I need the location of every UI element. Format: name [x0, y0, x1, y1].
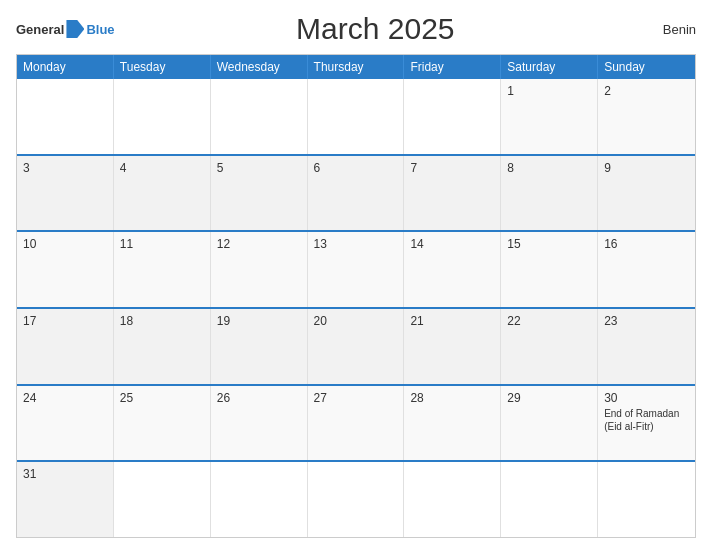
- day-number: 20: [314, 314, 398, 328]
- cal-cell-12-r2c2: 12: [211, 232, 308, 307]
- day-number: 12: [217, 237, 301, 251]
- cal-cell-22-r3c5: 22: [501, 309, 598, 384]
- calendar-grid: MondayTuesdayWednesdayThursdayFridaySatu…: [16, 54, 696, 538]
- cal-cell-3-r1c0: 3: [17, 156, 114, 231]
- cal-cell-empty-r0c1: [114, 79, 211, 154]
- cal-cell-29-r4c5: 29: [501, 386, 598, 461]
- day-number: 14: [410, 237, 494, 251]
- cal-cell-empty-r0c2: [211, 79, 308, 154]
- day-number: 9: [604, 161, 689, 175]
- header-day-friday: Friday: [404, 55, 501, 79]
- cal-cell-24-r4c0: 24: [17, 386, 114, 461]
- day-number: 13: [314, 237, 398, 251]
- calendar-row-4: 17181920212223: [17, 307, 695, 384]
- cal-cell-empty-r5c1: [114, 462, 211, 537]
- calendar-header: MondayTuesdayWednesdayThursdayFridaySatu…: [17, 55, 695, 79]
- calendar-row-5: 24252627282930End of Ramadan (Eid al-Fit…: [17, 384, 695, 461]
- day-number: 22: [507, 314, 591, 328]
- day-number: 17: [23, 314, 107, 328]
- day-number: 1: [507, 84, 591, 98]
- cal-cell-20-r3c3: 20: [308, 309, 405, 384]
- day-number: 15: [507, 237, 591, 251]
- cal-cell-empty-r5c3: [308, 462, 405, 537]
- header-day-thursday: Thursday: [308, 55, 405, 79]
- day-number: 10: [23, 237, 107, 251]
- calendar-row-1: 12: [17, 79, 695, 154]
- cal-cell-25-r4c1: 25: [114, 386, 211, 461]
- calendar-body: 1234567891011121314151617181920212223242…: [17, 79, 695, 537]
- cal-cell-28-r4c4: 28: [404, 386, 501, 461]
- cal-cell-18-r3c1: 18: [114, 309, 211, 384]
- day-number: 26: [217, 391, 301, 405]
- day-number: 2: [604, 84, 689, 98]
- cal-cell-31-r5c0: 31: [17, 462, 114, 537]
- cal-cell-empty-r0c3: [308, 79, 405, 154]
- cal-cell-9-r1c6: 9: [598, 156, 695, 231]
- cal-cell-empty-r5c5: [501, 462, 598, 537]
- event-label: End of Ramadan (Eid al-Fitr): [604, 407, 689, 433]
- day-number: 25: [120, 391, 204, 405]
- cal-cell-2-r0c6: 2: [598, 79, 695, 154]
- day-number: 19: [217, 314, 301, 328]
- day-number: 18: [120, 314, 204, 328]
- calendar-row-3: 10111213141516: [17, 230, 695, 307]
- logo: General Blue: [16, 20, 115, 38]
- day-number: 5: [217, 161, 301, 175]
- day-number: 11: [120, 237, 204, 251]
- cal-cell-27-r4c3: 27: [308, 386, 405, 461]
- logo-blue-text: Blue: [86, 22, 114, 37]
- day-number: 4: [120, 161, 204, 175]
- header-day-saturday: Saturday: [501, 55, 598, 79]
- cal-cell-6-r1c3: 6: [308, 156, 405, 231]
- day-number: 8: [507, 161, 591, 175]
- cal-cell-17-r3c0: 17: [17, 309, 114, 384]
- day-number: 28: [410, 391, 494, 405]
- day-number: 3: [23, 161, 107, 175]
- day-number: 29: [507, 391, 591, 405]
- cal-cell-30-r4c6: 30End of Ramadan (Eid al-Fitr): [598, 386, 695, 461]
- cal-cell-empty-r5c4: [404, 462, 501, 537]
- calendar-row-6: 31: [17, 460, 695, 537]
- cal-cell-empty-r0c4: [404, 79, 501, 154]
- day-number: 30: [604, 391, 689, 405]
- header-day-sunday: Sunday: [598, 55, 695, 79]
- day-number: 6: [314, 161, 398, 175]
- page-header: General Blue March 2025 Benin: [16, 12, 696, 46]
- cal-cell-empty-r0c0: [17, 79, 114, 154]
- cal-cell-7-r1c4: 7: [404, 156, 501, 231]
- day-number: 23: [604, 314, 689, 328]
- header-day-wednesday: Wednesday: [211, 55, 308, 79]
- cal-cell-empty-r5c2: [211, 462, 308, 537]
- day-number: 31: [23, 467, 107, 481]
- calendar-page: General Blue March 2025 Benin MondayTues…: [0, 0, 712, 550]
- cal-cell-14-r2c4: 14: [404, 232, 501, 307]
- cal-cell-10-r2c0: 10: [17, 232, 114, 307]
- day-number: 27: [314, 391, 398, 405]
- country-label: Benin: [636, 22, 696, 37]
- cal-cell-23-r3c6: 23: [598, 309, 695, 384]
- cal-cell-26-r4c2: 26: [211, 386, 308, 461]
- calendar-row-2: 3456789: [17, 154, 695, 231]
- cal-cell-15-r2c5: 15: [501, 232, 598, 307]
- cal-cell-19-r3c2: 19: [211, 309, 308, 384]
- cal-cell-21-r3c4: 21: [404, 309, 501, 384]
- day-number: 24: [23, 391, 107, 405]
- day-number: 21: [410, 314, 494, 328]
- header-day-tuesday: Tuesday: [114, 55, 211, 79]
- cal-cell-4-r1c1: 4: [114, 156, 211, 231]
- cal-cell-1-r0c5: 1: [501, 79, 598, 154]
- cal-cell-8-r1c5: 8: [501, 156, 598, 231]
- logo-icon: [66, 20, 84, 38]
- day-number: 16: [604, 237, 689, 251]
- day-number: 7: [410, 161, 494, 175]
- page-title: March 2025: [115, 12, 636, 46]
- cal-cell-empty-r5c6: [598, 462, 695, 537]
- cal-cell-16-r2c6: 16: [598, 232, 695, 307]
- cal-cell-5-r1c2: 5: [211, 156, 308, 231]
- header-day-monday: Monday: [17, 55, 114, 79]
- logo-general-text: General: [16, 22, 64, 37]
- cal-cell-11-r2c1: 11: [114, 232, 211, 307]
- cal-cell-13-r2c3: 13: [308, 232, 405, 307]
